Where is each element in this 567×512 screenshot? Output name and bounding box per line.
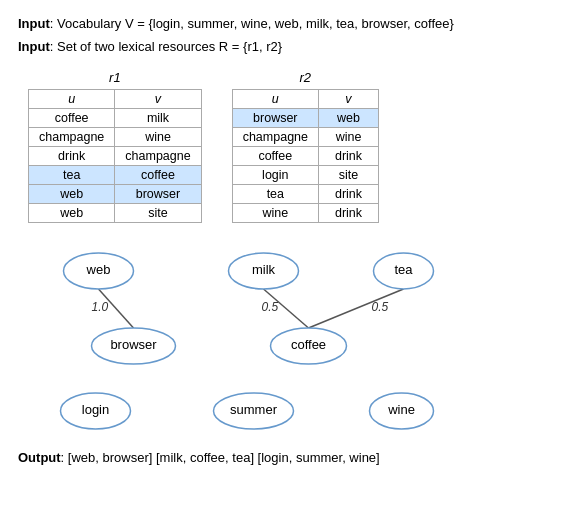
table-row: site — [115, 203, 201, 222]
graph-svg: 1.00.50.5 webbrowsermilkcoffeetealoginsu… — [18, 241, 549, 436]
table-row: site — [318, 165, 378, 184]
table-row: coffee — [232, 146, 318, 165]
input-line-2: Input: Set of two lexical resources R = … — [18, 37, 549, 58]
table-row: drink — [318, 184, 378, 203]
output-label: Output — [18, 450, 61, 465]
table-r1: u v coffeemilkchampagnewinedrinkchampagn… — [28, 89, 202, 223]
table-row: web — [29, 184, 115, 203]
table-r2-label: r2 — [300, 70, 312, 85]
output-line: Output: [web, browser] [milk, coffee, te… — [18, 448, 549, 469]
graph-node-label: web — [86, 262, 111, 277]
table-row: tea — [29, 165, 115, 184]
table-r1-label: r1 — [109, 70, 121, 85]
table-r1-container: r1 u v coffeemilkchampagnewinedrinkchamp… — [28, 70, 202, 223]
input-text-2: : Set of two lexical resources R = {r1, … — [50, 39, 282, 54]
table-row: coffee — [115, 165, 201, 184]
input-line-1: Input: Vocabulary V = {login, summer, wi… — [18, 14, 549, 35]
table-row: wine — [318, 127, 378, 146]
output-text: : [web, browser] [milk, coffee, tea] [lo… — [61, 450, 380, 465]
table-row: champagne — [29, 127, 115, 146]
table-row: champagne — [232, 127, 318, 146]
graph-node-label: milk — [252, 262, 276, 277]
table-row: coffee — [29, 108, 115, 127]
r1-header-v: v — [115, 89, 201, 108]
graph-node-label: summer — [230, 402, 278, 417]
table-row: web — [318, 108, 378, 127]
graph-node-label: login — [82, 402, 109, 417]
table-row: wine — [232, 203, 318, 222]
table-row: login — [232, 165, 318, 184]
input-label-2: Input — [18, 39, 50, 54]
table-r2: u v browserwebchampagnewinecoffeedrinklo… — [232, 89, 379, 223]
table-row: tea — [232, 184, 318, 203]
r1-header-u: u — [29, 89, 115, 108]
table-row: champagne — [115, 146, 201, 165]
table-row: wine — [115, 127, 201, 146]
graph-edge — [309, 289, 404, 328]
graph-section: 1.00.50.5 webbrowsermilkcoffeetealoginsu… — [18, 241, 549, 436]
table-r2-container: r2 u v browserwebchampagnewinecoffeedrin… — [232, 70, 379, 223]
r2-header-v: v — [318, 89, 378, 108]
input-label-1: Input — [18, 16, 50, 31]
table-row: browser — [115, 184, 201, 203]
graph-node-label: coffee — [291, 337, 326, 352]
table-row: milk — [115, 108, 201, 127]
table-row: drink — [318, 146, 378, 165]
table-row: browser — [232, 108, 318, 127]
table-row: drink — [29, 146, 115, 165]
graph-node-label: tea — [394, 262, 413, 277]
table-row: web — [29, 203, 115, 222]
graph-edge-label: 0.5 — [372, 300, 389, 314]
tables-section: r1 u v coffeemilkchampagnewinedrinkchamp… — [18, 70, 549, 223]
graph-edge-label: 1.0 — [92, 300, 109, 314]
graph-node-label: browser — [110, 337, 157, 352]
graph-edge-label: 0.5 — [262, 300, 279, 314]
table-row: drink — [318, 203, 378, 222]
input-text-1: : Vocabulary V = {login, summer, wine, w… — [50, 16, 454, 31]
r2-header-u: u — [232, 89, 318, 108]
graph-node-label: wine — [387, 402, 415, 417]
